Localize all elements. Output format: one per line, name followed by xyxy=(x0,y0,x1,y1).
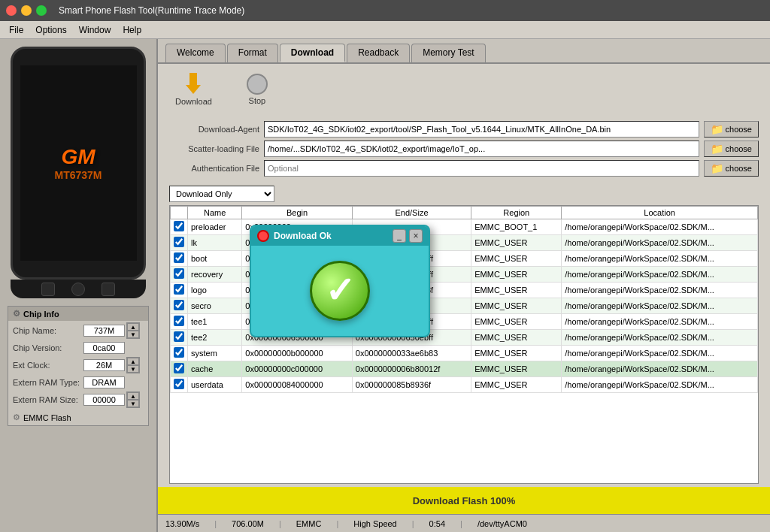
nav-home-btn[interactable] xyxy=(71,283,85,296)
row-checkbox-cell[interactable] xyxy=(171,361,188,377)
auth-file-choose-btn[interactable]: 📁 choose xyxy=(704,160,759,177)
col-region: Region xyxy=(471,207,562,219)
row-checkbox[interactable] xyxy=(174,237,184,247)
row-checkbox[interactable] xyxy=(174,363,184,373)
row-location: /home/orangepi/WorkSpace/02.SDK/M... xyxy=(562,298,758,314)
phone-display: GM MT6737M xyxy=(11,47,146,280)
modal-title: Download Ok xyxy=(274,231,332,241)
row-checkbox-cell[interactable] xyxy=(171,314,188,330)
row-region: EMMC_USER xyxy=(471,330,562,346)
clock-scroll-down[interactable]: ▼ xyxy=(127,365,139,373)
row-region: EMMC_USER xyxy=(471,267,562,283)
menu-bar: File Options Window Help xyxy=(0,21,770,39)
row-checkbox[interactable] xyxy=(174,347,184,358)
row-name: lk xyxy=(188,235,242,251)
col-location: Location xyxy=(562,207,758,219)
row-checkbox[interactable] xyxy=(174,284,184,295)
minimize-button[interactable] xyxy=(21,5,32,16)
row-checkbox-cell[interactable] xyxy=(171,377,188,393)
clock-scroll[interactable]: ▲ ▼ xyxy=(126,357,140,373)
chip-name-value: 737M xyxy=(83,325,125,337)
row-region: EMMC_USER xyxy=(471,235,562,251)
menu-help[interactable]: Help xyxy=(117,23,147,37)
row-name: recovery xyxy=(188,267,242,283)
scatter-loading-input[interactable] xyxy=(264,141,699,157)
phone-brand: GM xyxy=(61,145,95,169)
ram-scroll[interactable]: ▲ ▼ xyxy=(126,391,140,408)
row-end: 0x0000000033ae6b83 xyxy=(352,346,471,361)
row-checkbox-cell[interactable] xyxy=(171,235,188,251)
chip-name-scroll[interactable]: ▲ ▼ xyxy=(126,322,140,339)
row-begin: 0x00000000c000000 xyxy=(242,361,352,377)
ram-scroll-down[interactable]: ▼ xyxy=(127,400,139,407)
row-region: EMMC_USER xyxy=(471,361,562,377)
row-begin: 0x00000000b000000 xyxy=(242,346,352,361)
ext-clock-row: Ext Clock: 26M ▲ ▼ xyxy=(8,355,148,375)
auth-file-row: Authentication File 📁 choose xyxy=(169,160,759,177)
row-checkbox-cell[interactable] xyxy=(171,267,188,283)
ram-type-value: DRAM xyxy=(83,376,125,388)
row-checkbox[interactable] xyxy=(174,316,184,326)
ram-scroll-up[interactable]: ▲ xyxy=(127,392,139,400)
scroll-down[interactable]: ▼ xyxy=(127,331,139,338)
row-region: EMMC_BOOT_1 xyxy=(471,219,562,235)
download-agent-choose-btn[interactable]: 📁 choose xyxy=(704,121,759,138)
download-mode-select[interactable]: Download Only Firmware Upgrade Download … xyxy=(169,186,274,202)
maximize-button[interactable] xyxy=(36,5,47,16)
row-checkbox[interactable] xyxy=(174,300,184,310)
phone-screen: GM MT6737M xyxy=(20,65,137,261)
tab-download[interactable]: Download xyxy=(280,44,345,62)
menu-options[interactable]: Options xyxy=(29,23,72,37)
close-button[interactable] xyxy=(6,5,17,16)
menu-window[interactable]: Window xyxy=(73,23,117,37)
row-location: /home/orangepi/WorkSpace/02.SDK/M... xyxy=(562,314,758,330)
row-checkbox[interactable] xyxy=(174,268,184,279)
row-checkbox-cell[interactable] xyxy=(171,346,188,361)
modal-close-btn[interactable]: × xyxy=(409,229,423,243)
scatter-loading-label: Scatter-loading File xyxy=(169,144,259,153)
row-location: /home/orangepi/WorkSpace/02.SDK/M... xyxy=(562,235,758,251)
row-checkbox-cell[interactable] xyxy=(171,330,188,346)
tab-format[interactable]: Format xyxy=(227,44,278,62)
scatter-loading-choose-btn[interactable]: 📁 choose xyxy=(704,141,759,157)
ram-type-label: Extern RAM Type: xyxy=(13,378,80,387)
download-icon xyxy=(182,73,205,95)
row-name: system xyxy=(188,346,242,361)
stop-button[interactable]: Stop xyxy=(241,71,274,108)
menu-file[interactable]: File xyxy=(3,23,29,37)
choose-label-3: choose xyxy=(726,164,752,173)
scroll-up[interactable]: ▲ xyxy=(127,323,139,331)
chip-version-value: 0ca00 xyxy=(83,342,125,354)
row-checkbox-cell[interactable] xyxy=(171,251,188,267)
clock-scroll-up[interactable]: ▲ xyxy=(127,358,139,365)
modal-close-circle[interactable] xyxy=(257,230,269,242)
row-begin: 0x000000084000000 xyxy=(242,377,352,393)
tab-memory-test[interactable]: Memory Test xyxy=(411,44,485,62)
row-checkbox[interactable] xyxy=(174,379,184,389)
auth-file-input[interactable] xyxy=(264,160,699,177)
row-checkbox-cell[interactable] xyxy=(171,298,188,314)
row-name: userdata xyxy=(188,377,242,393)
row-checkbox[interactable] xyxy=(174,252,184,263)
row-checkbox-cell[interactable] xyxy=(171,283,188,298)
chip-info-panel: ⚙ Chip Info Chip Name: 737M ▲ ▼ Chip Ver… xyxy=(8,306,149,426)
download-agent-input[interactable] xyxy=(264,121,699,138)
chip-version-label: Chip Version: xyxy=(13,343,80,352)
row-checkbox-cell[interactable] xyxy=(171,219,188,235)
chip-info-title: Chip Info xyxy=(23,310,59,319)
tab-welcome[interactable]: Welcome xyxy=(165,44,226,62)
choose-label-1: choose xyxy=(726,125,752,134)
row-location: /home/orangepi/WorkSpace/02.SDK/M... xyxy=(562,361,758,377)
row-name: boot xyxy=(188,251,242,267)
nav-menu-btn[interactable] xyxy=(102,283,115,296)
download-button[interactable]: Download xyxy=(169,70,218,109)
check-mark: ✓ xyxy=(325,273,355,309)
row-region: EMMC_USER xyxy=(471,298,562,314)
row-end: 0x000000085b8936f xyxy=(352,377,471,393)
row-checkbox[interactable] xyxy=(174,331,184,342)
row-checkbox[interactable] xyxy=(174,221,184,231)
tab-readback[interactable]: Readback xyxy=(347,44,410,62)
modal-minimize-btn[interactable]: _ xyxy=(393,229,406,243)
ram-type-row: Extern RAM Type: DRAM xyxy=(8,375,148,390)
nav-back-btn[interactable] xyxy=(41,283,55,296)
